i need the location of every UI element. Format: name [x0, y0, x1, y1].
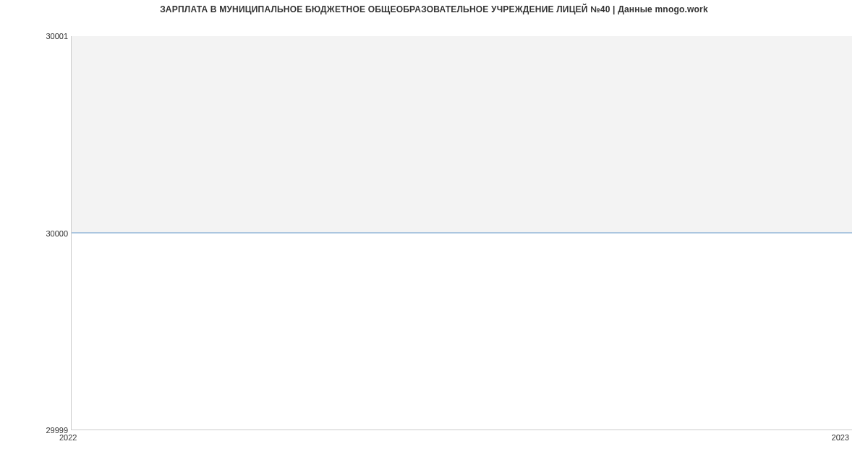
- series-line: [72, 233, 852, 234]
- plot-area: [71, 36, 852, 430]
- y-tick-label: 30001: [3, 33, 68, 40]
- area-fill: [72, 36, 852, 233]
- x-tick-label: 2023: [832, 434, 849, 442]
- chart-container: ЗАРПЛАТА В МУНИЦИПАЛЬНОЕ БЮДЖЕТНОЕ ОБЩЕО…: [0, 0, 868, 470]
- y-tick-label: 30000: [3, 229, 68, 237]
- x-tick-label: 2022: [59, 434, 77, 442]
- chart-title: ЗАРПЛАТА В МУНИЦИПАЛЬНОЕ БЮДЖЕТНОЕ ОБЩЕО…: [0, 4, 868, 14]
- y-tick-label: 29999: [3, 427, 68, 435]
